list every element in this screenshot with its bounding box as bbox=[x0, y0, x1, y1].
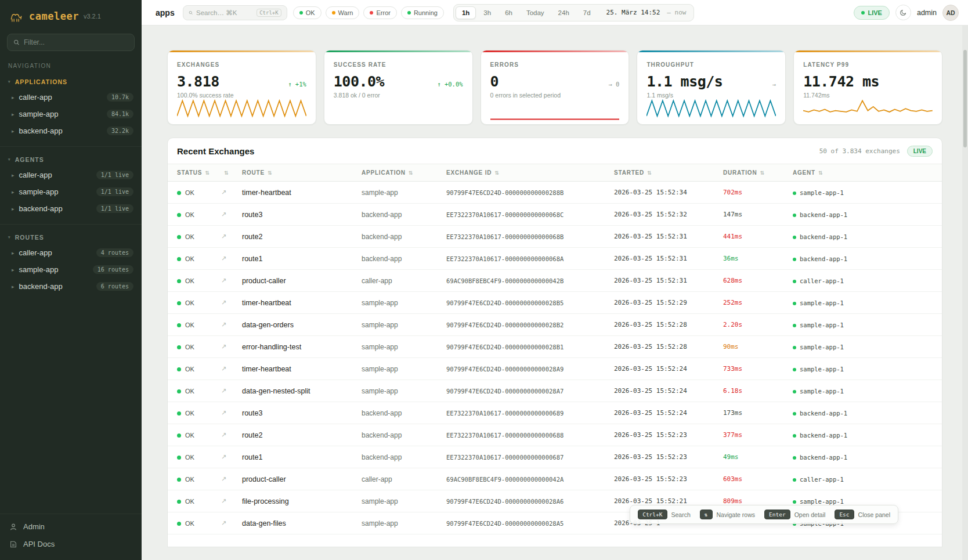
sidebar-item-applications-backend-app[interactable]: ▸backend-app32.2k bbox=[0, 122, 142, 139]
filter-chip-ok[interactable]: OK bbox=[293, 6, 322, 19]
open-cell[interactable]: ↗ bbox=[216, 424, 237, 446]
exchange-row[interactable]: OK↗route2backend-appEE7322370A10617-0000… bbox=[168, 226, 942, 248]
open-exchange-icon[interactable]: ↗ bbox=[221, 343, 226, 350]
hint-navigate-rows: ⇅Navigate rows bbox=[700, 510, 755, 519]
column-header-application[interactable]: APPLICATION⇅ bbox=[357, 164, 442, 182]
sidebar-item-agents-sample-app[interactable]: ▸sample-app1/1 live bbox=[0, 183, 142, 200]
exchange-row[interactable]: OK↗data-gen-orderssample-app90799F47E6CD… bbox=[168, 314, 942, 336]
open-cell[interactable]: ↗ bbox=[216, 512, 237, 534]
column-header-expand[interactable]: ⇅ bbox=[216, 164, 237, 182]
open-exchange-icon[interactable]: ↗ bbox=[221, 365, 226, 372]
live-toggle[interactable]: LIVE bbox=[854, 6, 890, 20]
filter-chip-error[interactable]: Error bbox=[363, 6, 396, 19]
route-cell: route2 bbox=[237, 424, 357, 446]
open-exchange-icon[interactable]: ↗ bbox=[221, 321, 226, 328]
sidebar-section-title-routes[interactable]: ▾ROUTES bbox=[0, 228, 142, 244]
open-exchange-icon[interactable]: ↗ bbox=[221, 475, 226, 482]
open-exchange-icon[interactable]: ↗ bbox=[221, 211, 226, 218]
card-sparkline bbox=[177, 99, 306, 120]
exchange-row[interactable]: OK↗data-gen-nested-splitsample-app90799F… bbox=[168, 380, 942, 402]
open-cell[interactable]: ↗ bbox=[216, 380, 237, 402]
global-search-input[interactable] bbox=[196, 9, 253, 16]
column-header-agent[interactable]: AGENT⇅ bbox=[788, 164, 942, 182]
open-cell[interactable]: ↗ bbox=[216, 204, 237, 226]
column-header-started[interactable]: STARTED⇅ bbox=[609, 164, 718, 182]
kbd-esc: Esc bbox=[835, 510, 854, 519]
open-cell[interactable]: ↗ bbox=[216, 314, 237, 336]
open-cell[interactable]: ↗ bbox=[216, 446, 237, 468]
filter-chip-running[interactable]: Running bbox=[401, 6, 444, 19]
open-exchange-icon[interactable]: ↗ bbox=[221, 387, 226, 394]
sidebar-footer-admin[interactable]: Admin bbox=[9, 522, 132, 531]
scrollbar-thumb[interactable] bbox=[963, 50, 967, 147]
sidebar-item-agents-backend-app[interactable]: ▸backend-app1/1 live bbox=[0, 200, 142, 217]
sidebar-filter[interactable] bbox=[7, 34, 135, 51]
open-exchange-icon[interactable]: ↗ bbox=[221, 255, 226, 262]
sidebar-section-title-agents[interactable]: ▾AGENTS bbox=[0, 150, 142, 167]
column-header-exchange-id[interactable]: EXCHANGE ID⇅ bbox=[442, 164, 609, 182]
exchange-row[interactable]: OK↗route1backend-appEE7322370A10617-0000… bbox=[168, 248, 942, 270]
open-cell[interactable]: ↗ bbox=[216, 248, 237, 270]
theme-toggle-button[interactable] bbox=[895, 5, 911, 20]
exchange-row[interactable]: OK↗route3backend-appEE7322370A10617-0000… bbox=[168, 402, 942, 424]
open-cell[interactable]: ↗ bbox=[216, 182, 237, 204]
range-3h[interactable]: 3h bbox=[477, 6, 497, 19]
avatar[interactable]: AD bbox=[942, 5, 959, 21]
column-header-duration[interactable]: DURATION⇅ bbox=[718, 164, 788, 182]
exchange-row[interactable]: OK↗route3backend-appEE7322370A10617-0000… bbox=[168, 204, 942, 226]
sidebar-section-title-applications[interactable]: ▾APPLICATIONS bbox=[0, 73, 142, 89]
global-search[interactable]: Ctrl+K bbox=[183, 5, 287, 20]
open-exchange-icon[interactable]: ↗ bbox=[221, 453, 226, 460]
open-exchange-icon[interactable]: ↗ bbox=[221, 409, 226, 416]
range-1h[interactable]: 1h bbox=[456, 6, 476, 19]
open-exchange-icon[interactable]: ↗ bbox=[221, 277, 226, 284]
open-exchange-icon[interactable]: ↗ bbox=[221, 189, 226, 196]
card-subtext: 11.742ms bbox=[803, 92, 933, 99]
range-today[interactable]: Today bbox=[520, 6, 551, 19]
open-exchange-icon[interactable]: ↗ bbox=[221, 233, 226, 240]
range-24h[interactable]: 24h bbox=[552, 6, 576, 19]
range-6h[interactable]: 6h bbox=[499, 6, 519, 19]
open-cell[interactable]: ↗ bbox=[216, 226, 237, 248]
open-cell[interactable]: ↗ bbox=[216, 402, 237, 424]
exchange-row[interactable]: OK↗error-handling-testsample-app90799F47… bbox=[168, 336, 942, 358]
agent-dot-icon bbox=[793, 456, 796, 460]
item-label: sample-app bbox=[19, 265, 59, 274]
open-cell[interactable]: ↗ bbox=[216, 490, 237, 512]
sidebar-item-applications-caller-app[interactable]: ▸caller-app10.7k bbox=[0, 89, 142, 106]
column-header-status[interactable]: STATUS⇅ bbox=[168, 164, 216, 182]
open-cell[interactable]: ↗ bbox=[216, 358, 237, 380]
open-exchange-icon[interactable]: ↗ bbox=[221, 431, 226, 438]
range-7d[interactable]: 7d bbox=[577, 6, 597, 19]
exchange-row[interactable]: OK↗timer-heartbeatsample-app90799F47E6CD… bbox=[168, 182, 942, 204]
filter-chip-warn[interactable]: Warn bbox=[326, 6, 360, 19]
open-exchange-icon[interactable]: ↗ bbox=[221, 519, 226, 526]
logo[interactable]: cameleer v3.2.1 bbox=[0, 0, 142, 30]
open-cell[interactable]: ↗ bbox=[216, 270, 237, 292]
exchange-id-cell: EE7322370A10617-0000000000000688 bbox=[442, 424, 609, 446]
open-cell[interactable]: ↗ bbox=[216, 468, 237, 490]
sidebar-item-agents-caller-app[interactable]: ▸caller-app1/1 live bbox=[0, 167, 142, 183]
sidebar-item-applications-sample-app[interactable]: ▸sample-app84.1k bbox=[0, 106, 142, 122]
exchange-row[interactable]: OK↗timer-heartbeatsample-app90799F47E6CD… bbox=[168, 358, 942, 380]
exchange-row[interactable]: OK↗route2backend-appEE7322370A10617-0000… bbox=[168, 424, 942, 446]
exchange-row[interactable]: OK↗product-callercaller-app69AC90BF8EBC4… bbox=[168, 468, 942, 490]
exchange-row[interactable]: OK↗route1backend-appEE7322370A10617-0000… bbox=[168, 446, 942, 468]
column-header-route[interactable]: ROUTE⇅ bbox=[237, 164, 357, 182]
card-title: EXCHANGES bbox=[177, 62, 219, 68]
exchange-row[interactable]: OK↗timer-heartbeatsample-app90799F47E6CD… bbox=[168, 292, 942, 314]
scrollbar[interactable] bbox=[962, 26, 968, 560]
sidebar-footer-api-docs[interactable]: API Docs bbox=[9, 540, 132, 548]
sidebar-item-routes-sample-app[interactable]: ▸sample-app16 routes bbox=[0, 261, 142, 278]
open-cell[interactable]: ↗ bbox=[216, 292, 237, 314]
sidebar-filter-input[interactable] bbox=[24, 38, 128, 46]
route-cell: data-gen-files bbox=[237, 512, 357, 534]
section-title-text: APPLICATIONS bbox=[15, 78, 68, 85]
open-exchange-icon[interactable]: ↗ bbox=[221, 299, 226, 306]
exchange-row[interactable]: OK↗product-callercaller-app69AC90BF8EBC4… bbox=[168, 270, 942, 292]
open-cell[interactable]: ↗ bbox=[216, 336, 237, 358]
open-exchange-icon[interactable]: ↗ bbox=[221, 497, 226, 504]
sidebar-item-routes-caller-app[interactable]: ▸caller-app4 routes bbox=[0, 244, 142, 261]
sidebar-item-routes-backend-app[interactable]: ▸backend-app6 routes bbox=[0, 278, 142, 295]
status-cell: OK bbox=[168, 468, 216, 490]
